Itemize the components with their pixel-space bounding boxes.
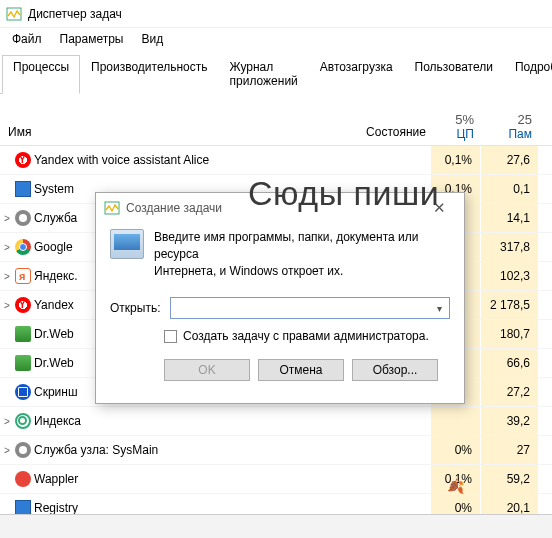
mem-cell: 66,6: [480, 349, 538, 377]
table-row[interactable]: Yandex with voice assistant Alice0,1%27,…: [0, 146, 552, 175]
open-input[interactable]: [173, 299, 431, 317]
window-title: Диспетчер задач: [28, 7, 122, 21]
dialog-description: Введите имя программы, папки, документа …: [154, 229, 450, 279]
process-icon: [14, 442, 32, 458]
process-name: Wappler: [32, 472, 320, 486]
efficiency-leaf-icon: 🍂: [447, 478, 464, 494]
process-icon: [14, 355, 32, 371]
header-status[interactable]: Состояние: [320, 112, 430, 145]
expand-icon[interactable]: >: [0, 242, 14, 253]
expand-icon[interactable]: >: [0, 213, 14, 224]
dialog-title: Создание задачи: [126, 201, 416, 215]
header-mem-label: Пам: [480, 127, 532, 141]
menubar: Файл Параметры Вид: [0, 28, 552, 50]
mem-cell: 14,1: [480, 204, 538, 232]
expand-icon[interactable]: >: [0, 445, 14, 456]
process-icon: [14, 239, 32, 255]
process-icon: [14, 268, 32, 284]
process-name: Registry: [32, 501, 320, 515]
open-label: Открыть:: [110, 301, 160, 315]
status-bar: [0, 514, 552, 538]
dialog-icon: [104, 200, 120, 216]
table-row[interactable]: >Служба узла: SysMain0%27: [0, 436, 552, 465]
dialog-desc-line1: Введите имя программы, папки, документа …: [154, 230, 418, 261]
dialog-titlebar: Создание задачи ✕: [96, 193, 464, 223]
dialog-desc-line2: Интернета, и Windows откроет их.: [154, 264, 343, 278]
process-icon: [14, 297, 32, 313]
process-name: Индекса: [32, 414, 320, 428]
menu-options[interactable]: Параметры: [52, 30, 132, 48]
process-name: Служба узла: SysMain: [32, 443, 320, 457]
mem-cell: 27: [480, 436, 538, 464]
ok-button[interactable]: OK: [164, 359, 250, 381]
cpu-cell: 0,1%: [430, 146, 480, 174]
mem-cell: 2 178,5: [480, 291, 538, 319]
mem-cell: 59,2: [480, 465, 538, 493]
cancel-button[interactable]: Отмена: [258, 359, 344, 381]
admin-checkbox[interactable]: [164, 330, 177, 343]
admin-label: Создать задачу с правами администратора.: [183, 329, 429, 343]
expand-icon[interactable]: >: [0, 271, 14, 282]
process-icon: [14, 413, 32, 429]
chevron-down-icon[interactable]: ▾: [431, 303, 447, 314]
mem-cell: 27,2: [480, 378, 538, 406]
create-task-dialog: Создание задачи ✕ Введите имя программы,…: [95, 192, 465, 404]
mem-cell: 102,3: [480, 262, 538, 290]
table-row[interactable]: Wappler0,1%59,2: [0, 465, 552, 494]
mem-cell: 39,2: [480, 407, 538, 435]
table-row[interactable]: >Индекса39,2: [0, 407, 552, 436]
menu-view[interactable]: Вид: [133, 30, 171, 48]
header-cpu-pct: 5%: [430, 112, 474, 127]
cpu-cell: [430, 407, 480, 435]
tab-details[interactable]: Подроб: [504, 55, 552, 94]
process-icon: [14, 210, 32, 226]
tab-startup[interactable]: Автозагрузка: [309, 55, 404, 94]
menu-file[interactable]: Файл: [4, 30, 50, 48]
tab-performance[interactable]: Производительность: [80, 55, 218, 94]
tab-users[interactable]: Пользователи: [404, 55, 504, 94]
cpu-cell: 0%: [430, 436, 480, 464]
tab-strip: Процессы Производительность Журнал прило…: [0, 54, 552, 94]
mem-cell: 27,6: [480, 146, 538, 174]
column-headers: Имя Состояние 5% ЦП 25 Пам: [0, 112, 552, 146]
expand-icon[interactable]: >: [0, 416, 14, 427]
header-cpu[interactable]: 5% ЦП: [430, 112, 480, 145]
mem-cell: 180,7: [480, 320, 538, 348]
process-icon: [14, 384, 32, 400]
header-cpu-label: ЦП: [430, 127, 474, 141]
tab-app-history[interactable]: Журнал приложений: [219, 55, 309, 94]
process-name: Yandex with voice assistant Alice: [32, 153, 320, 167]
header-name[interactable]: Имя: [0, 112, 320, 145]
dialog-close-button[interactable]: ✕: [422, 197, 456, 219]
task-manager-icon: [6, 6, 22, 22]
close-icon: ✕: [433, 199, 446, 217]
browse-button[interactable]: Обзор...: [352, 359, 438, 381]
titlebar: Диспетчер задач: [0, 0, 552, 28]
header-mem-pct: 25: [480, 112, 532, 127]
process-icon: [14, 326, 32, 342]
run-icon: [110, 229, 144, 259]
tab-processes[interactable]: Процессы: [2, 55, 80, 94]
process-icon: [14, 471, 32, 487]
process-icon: [14, 181, 32, 197]
expand-icon[interactable]: >: [0, 300, 14, 311]
open-combobox[interactable]: ▾: [170, 297, 450, 319]
mem-cell: 0,1: [480, 175, 538, 203]
header-mem[interactable]: 25 Пам: [480, 112, 538, 145]
process-icon: [14, 152, 32, 168]
mem-cell: 317,8: [480, 233, 538, 261]
